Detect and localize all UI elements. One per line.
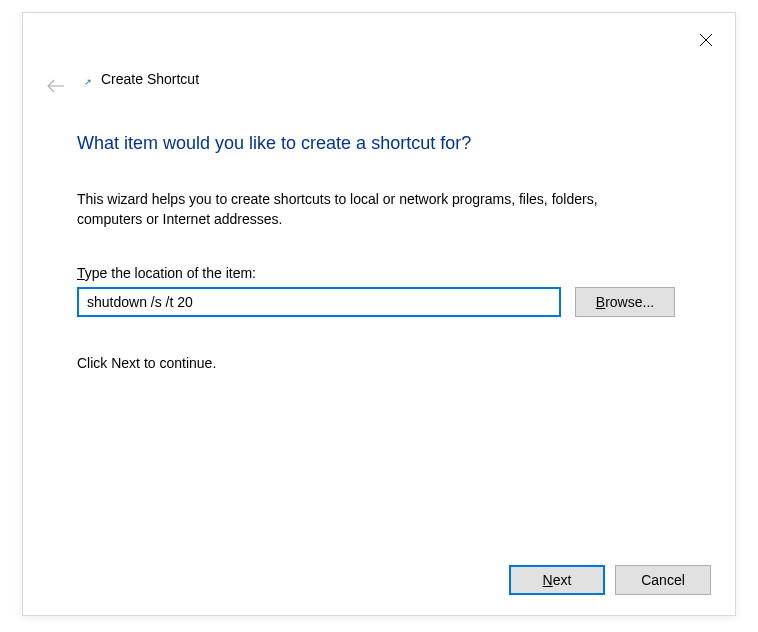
window-title: Create Shortcut — [101, 71, 199, 87]
back-arrow-icon — [46, 79, 66, 93]
cancel-button[interactable]: Cancel — [615, 565, 711, 595]
browse-button[interactable]: Browse... — [575, 287, 675, 317]
create-shortcut-window: ↗ Create Shortcut What item would you li… — [22, 12, 736, 616]
close-button[interactable] — [699, 33, 715, 49]
footer-buttons: Next Cancel — [509, 565, 711, 595]
close-icon — [699, 33, 713, 47]
location-input[interactable] — [77, 287, 561, 317]
back-button[interactable] — [45, 75, 67, 97]
continue-text: Click Next to continue. — [77, 355, 681, 371]
shortcut-icon: ↗ — [81, 75, 95, 89]
description-text: This wizard helps you to create shortcut… — [77, 190, 637, 229]
content-area: What item would you like to create a sho… — [77, 133, 681, 371]
next-button[interactable]: Next — [509, 565, 605, 595]
page-heading: What item would you like to create a sho… — [77, 133, 681, 154]
location-input-row: Browse... — [77, 287, 681, 317]
location-label: Type the location of the item: — [77, 265, 681, 281]
